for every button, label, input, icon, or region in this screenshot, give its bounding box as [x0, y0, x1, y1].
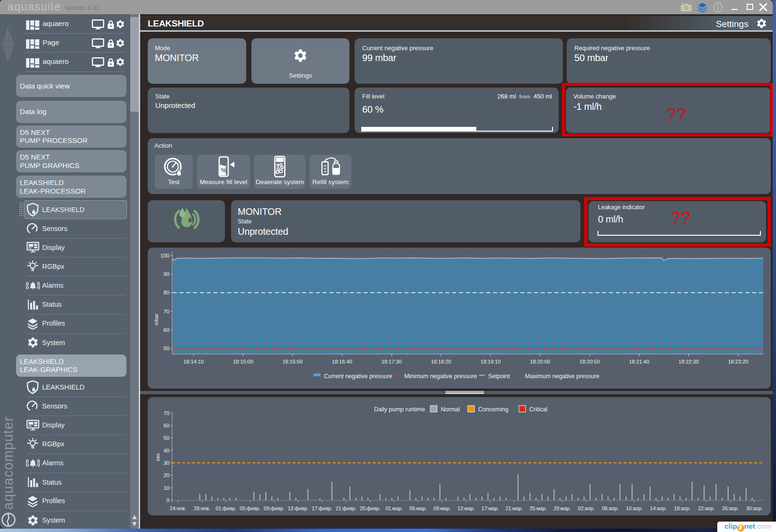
- svg-text:17:февр.: 17:февр.: [312, 505, 332, 511]
- svg-text:13:мар.: 13:мар.: [457, 505, 475, 511]
- svg-text:13:февр.: 13:февр.: [288, 505, 309, 511]
- svg-text:%: %: [221, 167, 227, 174]
- svg-text:60: 60: [163, 327, 169, 333]
- svg-text:Daily pump runtime: Daily pump runtime: [374, 406, 425, 413]
- svg-text:0: 0: [167, 497, 169, 503]
- svg-text:10: 10: [163, 485, 169, 491]
- svg-text:24:янв.: 24:янв.: [170, 505, 187, 511]
- svg-text:21:февр.: 21:февр.: [336, 505, 357, 511]
- svg-text:18:23:20: 18:23:20: [728, 359, 749, 364]
- svg-text:70: 70: [163, 410, 169, 416]
- svg-text:02:апр.: 02:апр.: [578, 505, 595, 511]
- svg-text:18:апр.: 18:апр.: [674, 505, 690, 511]
- svg-text:Normal: Normal: [441, 406, 460, 413]
- svg-text:26:апр.: 26:апр.: [722, 505, 739, 511]
- svg-text:14:апр.: 14:апр.: [650, 505, 667, 511]
- svg-text:01:мар.: 01:мар.: [385, 505, 403, 511]
- svg-text:30:апр.: 30:апр.: [746, 505, 763, 511]
- svg-text:05:мар.: 05:мар.: [410, 505, 427, 511]
- svg-text:25:мар.: 25:мар.: [529, 505, 547, 511]
- svg-text:25:февр.: 25:февр.: [360, 505, 381, 511]
- svg-text:18:15:00: 18:15:00: [233, 359, 253, 364]
- svg-text:18:17:30: 18:17:30: [382, 359, 402, 364]
- svg-text:sec: sec: [155, 453, 161, 461]
- svg-text:05:февр.: 05:февр.: [240, 505, 260, 511]
- svg-text:18:21:40: 18:21:40: [629, 359, 649, 364]
- svg-text:18:22:30: 18:22:30: [678, 359, 699, 364]
- svg-text:100: 100: [161, 253, 169, 258]
- svg-text:mbar: mbar: [153, 313, 159, 325]
- svg-text:60: 60: [163, 423, 169, 428]
- svg-text:Critical: Critical: [529, 406, 547, 413]
- svg-text:21:мар.: 21:мар.: [506, 505, 523, 511]
- svg-text:18:15:50: 18:15:50: [282, 359, 303, 364]
- svg-text:20: 20: [163, 472, 169, 478]
- svg-text:18:20:50: 18:20:50: [580, 359, 600, 364]
- svg-text:30: 30: [163, 460, 169, 466]
- svg-text:10:апр.: 10:апр.: [626, 505, 642, 511]
- svg-text:80: 80: [163, 290, 169, 295]
- svg-text:09:февр.: 09:февр.: [264, 505, 285, 511]
- svg-text:18:20:00: 18:20:00: [530, 359, 550, 364]
- svg-text:22:апр.: 22:апр.: [698, 505, 714, 511]
- svg-text:Setpoint: Setpoint: [488, 373, 510, 380]
- svg-text:18:16:40: 18:16:40: [332, 359, 352, 364]
- svg-text:18:19:10: 18:19:10: [481, 359, 501, 364]
- svg-text:18:14:10: 18:14:10: [183, 359, 204, 364]
- svg-text:29:мар.: 29:мар.: [553, 505, 571, 511]
- svg-text:Concerning: Concerning: [478, 406, 508, 413]
- svg-text:70: 70: [163, 309, 169, 314]
- svg-text:06:апр.: 06:апр.: [602, 505, 618, 511]
- svg-text:Current negative pressure: Current negative pressure: [324, 373, 392, 380]
- svg-text:50: 50: [163, 346, 169, 351]
- svg-text:28:янв.: 28:янв.: [194, 505, 210, 511]
- svg-text:40: 40: [163, 448, 169, 453]
- svg-text:17:мар.: 17:мар.: [482, 505, 499, 511]
- svg-text:50: 50: [163, 435, 169, 441]
- svg-text:18:18:20: 18:18:20: [431, 359, 451, 364]
- svg-text:01:февр.: 01:февр.: [215, 505, 236, 511]
- svg-text:Maximum negative pressure: Maximum negative pressure: [525, 373, 599, 380]
- svg-text:09:мар.: 09:мар.: [434, 505, 451, 511]
- svg-text:90: 90: [163, 271, 169, 277]
- svg-text:Minimum negative pressure: Minimum negative pressure: [404, 373, 477, 380]
